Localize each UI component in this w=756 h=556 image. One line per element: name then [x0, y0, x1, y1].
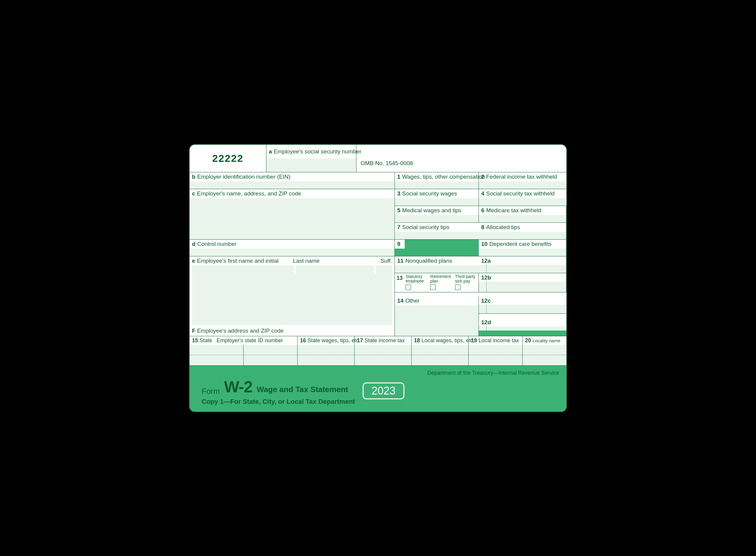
- state-local-section: 15 State Employer's state ID number 16 S…: [190, 336, 566, 366]
- box-1: 1Wages, tips, other compensation: [395, 172, 479, 189]
- box-17: 17 State income tax: [354, 336, 412, 366]
- box-15: 15 State Employer's state ID number: [190, 336, 298, 366]
- box-18: 18 Local wages, tips, etc.: [412, 336, 468, 366]
- box-12b: 12b: [479, 273, 566, 292]
- box-e: eEmployee's first name and initialLast n…: [190, 256, 395, 273]
- ein-value[interactable]: [190, 181, 394, 189]
- box-c: cEmployer's name, address, and ZIP code: [190, 189, 395, 240]
- tax-year: 2023: [363, 382, 404, 399]
- box-a: aEmployee's social security number: [266, 145, 356, 172]
- box-12c: 12c: [479, 296, 566, 314]
- box-6: 6Medicare tax withheld: [479, 206, 566, 223]
- box-d: dControl number: [190, 240, 395, 256]
- box-3: 3Social security wages: [395, 189, 479, 206]
- ssn-value[interactable]: [266, 159, 356, 172]
- checkbox-sickpay[interactable]: Third-partysick pay: [455, 274, 477, 291]
- form-name: W-2: [224, 377, 253, 396]
- box-13: 13 Statutoryemployee Retirementplan Thir…: [395, 273, 479, 292]
- form-number: 22222: [190, 145, 266, 172]
- box-b: bEmployer identification number (EIN): [190, 172, 395, 189]
- box-16: 16 State wages, tips, etc.: [298, 336, 354, 366]
- checkbox-retirement[interactable]: Retirementplan: [430, 274, 452, 291]
- w2-form: 22222 aEmployee's social security number…: [189, 144, 567, 412]
- box-8: 8Allocated tips: [479, 223, 566, 240]
- employee-address-value[interactable]: [192, 274, 392, 325]
- box-2: 2Federal income tax withheld: [479, 172, 566, 189]
- box-4: 4Social security tax withheld: [479, 189, 566, 206]
- employer-name-value[interactable]: [190, 198, 394, 239]
- box-5: 5Medical wages and tips: [395, 206, 479, 223]
- box-20: 20 Locality name: [523, 336, 566, 366]
- box-12d: 12d: [479, 318, 566, 331]
- employee-address-block: F Employee's address and ZIP code: [190, 273, 395, 336]
- copy-designation: Copy 1—For State, City, or Local Tax Dep…: [201, 398, 355, 406]
- box-14: 14Other: [395, 296, 479, 336]
- box-11: 11Nonqualified plans: [395, 256, 479, 273]
- box-19: 19 Local income tax: [468, 336, 523, 366]
- box-12a: 12a: [479, 256, 566, 273]
- checkbox-statutory[interactable]: Statutoryemployee: [406, 274, 427, 291]
- department-text: Department of the Treasury—Internal Reve…: [201, 370, 559, 376]
- box-9: 9: [395, 240, 479, 256]
- box-10: 10Dependent care benefits: [479, 240, 566, 256]
- omb-number: OMB No. 1545-0008: [356, 145, 566, 172]
- box-7: 7Social security tips: [395, 223, 479, 240]
- form-footer: Department of the Treasury—Internal Reve…: [190, 366, 566, 412]
